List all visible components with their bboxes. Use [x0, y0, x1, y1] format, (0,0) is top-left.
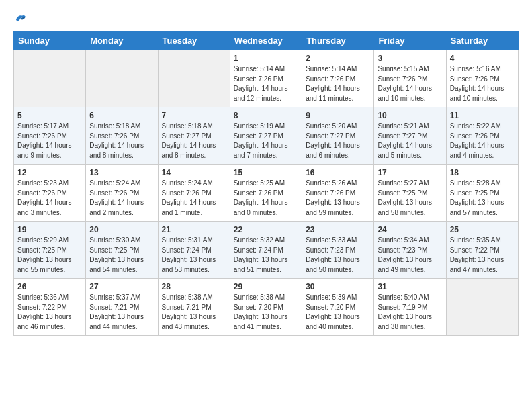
calendar-header-thursday: Thursday [302, 32, 374, 50]
day-info: Sunrise: 5:21 AM Sunset: 7:27 PM Dayligh… [378, 122, 442, 161]
page-header [13, 11, 519, 24]
calendar-week-row: 1Sunrise: 5:14 AM Sunset: 7:26 PM Daylig… [14, 50, 519, 107]
calendar-table: SundayMondayTuesdayWednesdayThursdayFrid… [13, 31, 519, 336]
calendar-cell: 17Sunrise: 5:27 AM Sunset: 7:25 PM Dayli… [374, 165, 446, 222]
day-number: 14 [162, 168, 226, 177]
calendar-week-row: 26Sunrise: 5:36 AM Sunset: 7:22 PM Dayli… [14, 279, 519, 336]
calendar-week-row: 19Sunrise: 5:29 AM Sunset: 7:25 PM Dayli… [14, 222, 519, 279]
day-info: Sunrise: 5:37 AM Sunset: 7:21 PM Dayligh… [89, 293, 154, 332]
day-number: 6 [89, 111, 154, 120]
day-number: 18 [450, 168, 515, 177]
calendar-cell: 7Sunrise: 5:18 AM Sunset: 7:27 PM Daylig… [158, 107, 230, 165]
day-info: Sunrise: 5:17 AM Sunset: 7:26 PM Dayligh… [17, 122, 82, 161]
day-number: 19 [17, 225, 82, 234]
calendar-cell: 29Sunrise: 5:38 AM Sunset: 7:20 PM Dayli… [230, 279, 302, 336]
day-number: 4 [450, 54, 515, 63]
day-info: Sunrise: 5:24 AM Sunset: 7:26 PM Dayligh… [89, 179, 154, 218]
day-info: Sunrise: 5:14 AM Sunset: 7:26 PM Dayligh… [234, 64, 298, 103]
day-info: Sunrise: 5:40 AM Sunset: 7:19 PM Dayligh… [378, 293, 442, 332]
day-info: Sunrise: 5:22 AM Sunset: 7:26 PM Dayligh… [450, 122, 515, 161]
calendar-header-monday: Monday [86, 32, 158, 50]
calendar-cell: 13Sunrise: 5:24 AM Sunset: 7:26 PM Dayli… [86, 165, 158, 222]
day-number: 3 [378, 54, 442, 63]
day-number: 15 [234, 168, 298, 177]
day-number: 17 [378, 168, 442, 177]
day-info: Sunrise: 5:15 AM Sunset: 7:26 PM Dayligh… [378, 64, 442, 103]
calendar-cell: 10Sunrise: 5:21 AM Sunset: 7:27 PM Dayli… [374, 107, 446, 165]
day-info: Sunrise: 5:36 AM Sunset: 7:22 PM Dayligh… [17, 293, 82, 332]
calendar-cell: 21Sunrise: 5:31 AM Sunset: 7:24 PM Dayli… [158, 222, 230, 279]
day-info: Sunrise: 5:25 AM Sunset: 7:26 PM Dayligh… [234, 179, 298, 218]
calendar-cell: 1Sunrise: 5:14 AM Sunset: 7:26 PM Daylig… [230, 50, 302, 107]
day-info: Sunrise: 5:39 AM Sunset: 7:20 PM Dayligh… [306, 293, 370, 332]
day-info: Sunrise: 5:20 AM Sunset: 7:27 PM Dayligh… [306, 122, 370, 161]
calendar-header-sunday: Sunday [14, 32, 86, 50]
calendar-cell: 14Sunrise: 5:24 AM Sunset: 7:26 PM Dayli… [158, 165, 230, 222]
day-number: 2 [306, 54, 370, 63]
calendar-cell: 24Sunrise: 5:34 AM Sunset: 7:23 PM Dayli… [374, 222, 446, 279]
day-number: 13 [89, 168, 154, 177]
day-info: Sunrise: 5:18 AM Sunset: 7:27 PM Dayligh… [162, 122, 226, 161]
calendar-cell: 11Sunrise: 5:22 AM Sunset: 7:26 PM Dayli… [446, 107, 518, 165]
day-number: 31 [378, 282, 442, 291]
day-info: Sunrise: 5:18 AM Sunset: 7:26 PM Dayligh… [89, 122, 154, 161]
calendar-cell: 27Sunrise: 5:37 AM Sunset: 7:21 PM Dayli… [86, 279, 158, 336]
day-info: Sunrise: 5:34 AM Sunset: 7:23 PM Dayligh… [378, 236, 442, 275]
day-info: Sunrise: 5:32 AM Sunset: 7:24 PM Dayligh… [234, 236, 298, 275]
day-number: 9 [306, 111, 370, 120]
day-info: Sunrise: 5:30 AM Sunset: 7:25 PM Dayligh… [89, 236, 154, 275]
calendar-cell: 9Sunrise: 5:20 AM Sunset: 7:27 PM Daylig… [302, 107, 374, 165]
day-number: 20 [89, 225, 154, 234]
logo [13, 13, 27, 24]
day-info: Sunrise: 5:19 AM Sunset: 7:27 PM Dayligh… [234, 122, 298, 161]
calendar-header-friday: Friday [374, 32, 446, 50]
calendar-cell: 3Sunrise: 5:15 AM Sunset: 7:26 PM Daylig… [374, 50, 446, 107]
day-number: 23 [306, 225, 370, 234]
day-number: 7 [162, 111, 226, 120]
calendar-cell: 5Sunrise: 5:17 AM Sunset: 7:26 PM Daylig… [14, 107, 86, 165]
calendar-cell: 23Sunrise: 5:33 AM Sunset: 7:23 PM Dayli… [302, 222, 374, 279]
day-number: 30 [306, 282, 370, 291]
calendar-header-row: SundayMondayTuesdayWednesdayThursdayFrid… [14, 32, 519, 50]
calendar-cell: 19Sunrise: 5:29 AM Sunset: 7:25 PM Dayli… [14, 222, 86, 279]
calendar-cell: 16Sunrise: 5:26 AM Sunset: 7:26 PM Dayli… [302, 165, 374, 222]
calendar-cell [86, 50, 158, 107]
day-info: Sunrise: 5:33 AM Sunset: 7:23 PM Dayligh… [306, 236, 370, 275]
day-info: Sunrise: 5:28 AM Sunset: 7:25 PM Dayligh… [450, 179, 515, 218]
day-info: Sunrise: 5:16 AM Sunset: 7:26 PM Dayligh… [450, 64, 515, 103]
calendar-week-row: 5Sunrise: 5:17 AM Sunset: 7:26 PM Daylig… [14, 107, 519, 165]
calendar-cell: 25Sunrise: 5:35 AM Sunset: 7:22 PM Dayli… [446, 222, 518, 279]
calendar-cell [14, 50, 86, 107]
calendar-cell: 26Sunrise: 5:36 AM Sunset: 7:22 PM Dayli… [14, 279, 86, 336]
day-number: 21 [162, 225, 226, 234]
day-number: 26 [17, 282, 82, 291]
calendar-header-tuesday: Tuesday [158, 32, 230, 50]
calendar-cell: 22Sunrise: 5:32 AM Sunset: 7:24 PM Dayli… [230, 222, 302, 279]
day-info: Sunrise: 5:26 AM Sunset: 7:26 PM Dayligh… [306, 179, 370, 218]
day-info: Sunrise: 5:24 AM Sunset: 7:26 PM Dayligh… [162, 179, 226, 218]
day-number: 25 [450, 225, 515, 234]
calendar-cell [446, 279, 518, 336]
calendar-cell: 6Sunrise: 5:18 AM Sunset: 7:26 PM Daylig… [86, 107, 158, 165]
calendar-cell [158, 50, 230, 107]
calendar-cell: 2Sunrise: 5:14 AM Sunset: 7:26 PM Daylig… [302, 50, 374, 107]
logo-bird-icon [15, 13, 27, 24]
day-info: Sunrise: 5:38 AM Sunset: 7:21 PM Dayligh… [162, 293, 226, 332]
day-number: 29 [234, 282, 298, 291]
calendar-cell: 4Sunrise: 5:16 AM Sunset: 7:26 PM Daylig… [446, 50, 518, 107]
day-info: Sunrise: 5:27 AM Sunset: 7:25 PM Dayligh… [378, 179, 442, 218]
day-number: 1 [234, 54, 298, 63]
day-number: 22 [234, 225, 298, 234]
day-info: Sunrise: 5:23 AM Sunset: 7:26 PM Dayligh… [17, 179, 82, 218]
calendar-cell: 18Sunrise: 5:28 AM Sunset: 7:25 PM Dayli… [446, 165, 518, 222]
day-info: Sunrise: 5:38 AM Sunset: 7:20 PM Dayligh… [234, 293, 298, 332]
calendar-week-row: 12Sunrise: 5:23 AM Sunset: 7:26 PM Dayli… [14, 165, 519, 222]
calendar-cell: 30Sunrise: 5:39 AM Sunset: 7:20 PM Dayli… [302, 279, 374, 336]
calendar-cell: 12Sunrise: 5:23 AM Sunset: 7:26 PM Dayli… [14, 165, 86, 222]
day-number: 28 [162, 282, 226, 291]
day-number: 24 [378, 225, 442, 234]
calendar-header-wednesday: Wednesday [230, 32, 302, 50]
day-number: 12 [17, 168, 82, 177]
calendar-cell: 28Sunrise: 5:38 AM Sunset: 7:21 PM Dayli… [158, 279, 230, 336]
calendar-cell: 31Sunrise: 5:40 AM Sunset: 7:19 PM Dayli… [374, 279, 446, 336]
